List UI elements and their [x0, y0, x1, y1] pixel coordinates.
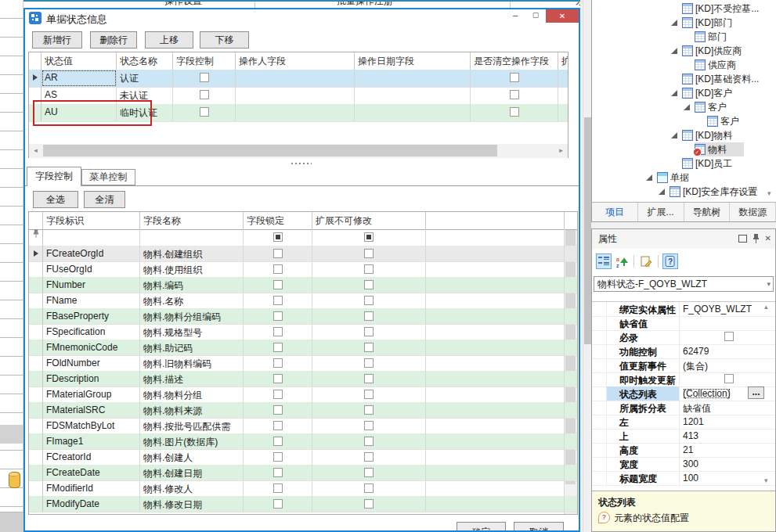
- tree-item[interactable]: 部门: [592, 30, 776, 44]
- property-value[interactable]: (集合): [680, 358, 775, 372]
- panel-tab-active[interactable]: 项目: [592, 203, 638, 221]
- status-cell[interactable]: [558, 70, 568, 87]
- property-value[interactable]: [680, 330, 775, 344]
- property-row[interactable]: 必录: [592, 330, 775, 345]
- field-cell-checkbox[interactable]: [244, 261, 312, 277]
- field-cell-checkbox[interactable]: [312, 261, 426, 277]
- field-cell[interactable]: 物料.助记码: [140, 340, 244, 355]
- clear-all-button[interactable]: 全清: [84, 191, 125, 208]
- property-row[interactable]: 绑定实体属性F_QOYB_WLZT: [592, 302, 775, 317]
- collection-ellipsis-button[interactable]: ...: [748, 386, 764, 399]
- field-cell-checkbox[interactable]: [244, 449, 312, 465]
- field-cell[interactable]: FName: [43, 293, 140, 308]
- tree-item-content[interactable]: [KD]不受控基...: [682, 2, 759, 16]
- checkbox[interactable]: [510, 73, 519, 82]
- status-grid-header-cell[interactable]: 状态值: [42, 52, 117, 70]
- tree-item[interactable]: [KD]供应商: [592, 44, 776, 58]
- field-cell-checkbox[interactable]: [244, 308, 312, 324]
- checkbox[interactable]: [724, 332, 734, 341]
- categorized-icon[interactable]: [596, 253, 612, 269]
- tree-item-content[interactable]: 供应商: [695, 58, 736, 72]
- tree-item[interactable]: 单据: [592, 171, 776, 185]
- filter-cell[interactable]: [140, 229, 244, 246]
- property-row[interactable]: 宽度300: [592, 457, 775, 472]
- checkbox[interactable]: [364, 452, 374, 462]
- checkbox[interactable]: [273, 343, 283, 352]
- tree-item[interactable]: [KD]安全库存设置: [592, 185, 776, 199]
- field-cell-checkbox[interactable]: [312, 371, 426, 386]
- field-cell[interactable]: FDSMatchByLot: [43, 418, 140, 433]
- checkbox[interactable]: [724, 374, 734, 383]
- property-row[interactable]: 即时触发更新: [592, 372, 775, 387]
- checkbox[interactable]: [364, 390, 374, 399]
- status-grid-header-cell[interactable]: 是否清空操作字段: [471, 52, 558, 70]
- status-cell[interactable]: AR: [42, 70, 117, 87]
- property-value[interactable]: 300: [680, 457, 775, 471]
- field-cell-checkbox[interactable]: [244, 496, 312, 512]
- chevron-down-icon[interactable]: ▾: [767, 277, 771, 291]
- field-cell[interactable]: 物料.旧物料编码: [140, 355, 244, 371]
- field-cell[interactable]: 物料.修改人: [140, 480, 244, 496]
- tree-expander-icon[interactable]: [671, 48, 677, 54]
- tree-item-content[interactable]: [KD]部门: [682, 16, 732, 30]
- status-cell[interactable]: [355, 104, 471, 121]
- property-row[interactable]: 所属拆分表缺省值: [592, 401, 775, 415]
- status-cell[interactable]: [355, 87, 471, 104]
- minimize-icon[interactable]: –: [505, 9, 525, 23]
- property-value[interactable]: 缺省值: [680, 401, 775, 415]
- tab-field-control[interactable]: 字段控制: [27, 167, 81, 186]
- filter-checkbox-cell[interactable]: [244, 229, 312, 246]
- field-cell-checkbox[interactable]: [312, 480, 426, 496]
- checkbox[interactable]: [273, 296, 283, 305]
- property-value[interactable]: 1201: [680, 415, 775, 429]
- panel-tab-item[interactable]: 扩展...: [638, 203, 684, 221]
- checkbox[interactable]: [273, 327, 283, 336]
- field-cell-checkbox[interactable]: [312, 433, 426, 449]
- field-cell-checkbox[interactable]: [244, 277, 312, 293]
- checkbox[interactable]: [200, 73, 209, 82]
- object-selector-dropdown[interactable]: 物料状态-F_QOYB_WLZT ▾: [594, 276, 774, 292]
- field-cell[interactable]: FMaterialGroup: [43, 386, 140, 402]
- status-cell[interactable]: 临时认证: [117, 104, 173, 121]
- field-cell-checkbox[interactable]: [244, 371, 312, 386]
- checkbox[interactable]: [364, 296, 374, 305]
- property-row[interactable]: 左1201: [592, 415, 775, 430]
- checkbox[interactable]: [273, 311, 283, 321]
- tree-expander-icon[interactable]: [646, 174, 652, 181]
- tree-item-content[interactable]: [KD]客户: [682, 86, 732, 100]
- tree-item-content[interactable]: [KD]物料: [682, 128, 732, 142]
- property-row[interactable]: 功能控制62479: [592, 344, 775, 359]
- status-cell-checkbox[interactable]: [471, 70, 558, 87]
- checkbox[interactable]: [364, 421, 374, 430]
- property-value[interactable]: (Collection)...: [680, 386, 775, 401]
- checkbox[interactable]: [364, 327, 374, 336]
- field-cell-checkbox[interactable]: [312, 465, 426, 480]
- status-grid-header-cell[interactable]: 操作人字段: [236, 52, 355, 70]
- field-cell-checkbox[interactable]: [244, 402, 312, 418]
- field-cell[interactable]: 物料.物料分组编码: [140, 308, 244, 324]
- checkbox[interactable]: [364, 483, 374, 493]
- field-cell-checkbox[interactable]: [244, 340, 312, 355]
- property-name[interactable]: 即时触发更新: [607, 372, 680, 386]
- checkbox[interactable]: [364, 374, 374, 383]
- field-cell-checkbox[interactable]: [244, 433, 312, 449]
- tree-item-content[interactable]: ✓物料: [695, 142, 744, 156]
- field-cell[interactable]: FCreateDate: [43, 465, 140, 480]
- field-cell-checkbox[interactable]: [244, 418, 312, 433]
- checkbox[interactable]: [510, 90, 519, 99]
- checkbox[interactable]: [273, 452, 283, 462]
- field-cell-checkbox[interactable]: [312, 340, 426, 355]
- property-value[interactable]: [680, 316, 775, 330]
- field-cell-checkbox[interactable]: [312, 293, 426, 308]
- property-row[interactable]: 状态列表(Collection)...: [592, 386, 775, 401]
- field-cell[interactable]: 物料.创建日期: [140, 465, 244, 480]
- scroll-left-icon[interactable]: ◂: [29, 144, 42, 157]
- tree-item-content[interactable]: [KD]安全库存设置: [670, 185, 757, 199]
- property-row[interactable]: 高度21: [592, 443, 775, 458]
- tree-item-content[interactable]: 客户: [707, 114, 739, 128]
- tree-expander-icon[interactable]: [684, 104, 690, 110]
- field-cell[interactable]: FCreatorId: [43, 449, 140, 465]
- splitter-handle[interactable]: [291, 163, 312, 164]
- close-icon[interactable]: ✕: [546, 9, 579, 23]
- field-cell[interactable]: FModifyDate: [43, 496, 140, 512]
